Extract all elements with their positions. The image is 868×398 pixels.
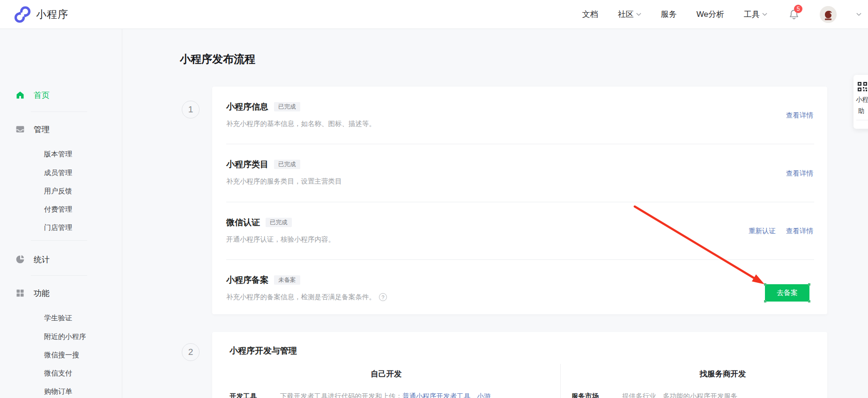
flow-row-miniprogram-info: 小程序信息 已完成 补充小程序的基本信息，如名称、图标、描述等。 查看详情 <box>212 87 827 144</box>
column-divider <box>560 364 561 398</box>
pie-chart-icon <box>15 255 25 264</box>
chevron-down-icon <box>636 13 641 16</box>
sidebar-item-student-verification[interactable]: 学生验证 <box>0 310 121 326</box>
qr-code-icon <box>858 82 867 91</box>
status-badge: 未备案 <box>274 275 300 285</box>
brand-title: 小程序 <box>36 7 68 22</box>
sidebar-item-label: 门店管理 <box>0 223 72 232</box>
selection-handle <box>764 300 766 302</box>
notification-bell[interactable]: 5 <box>788 8 800 21</box>
game-devtools-link[interactable]: 小游 <box>477 392 491 398</box>
dev-tools-label: 开发工具 <box>230 392 257 398</box>
account-avatar[interactable] <box>820 6 837 23</box>
miniprogram-logo-icon <box>14 6 31 23</box>
flow-row-wechat-verification: 微信认证 已完成 开通小程序认证，核验小程序内容。 重新认证 查看详情 <box>212 202 827 260</box>
sidebar-item-wechat-search[interactable]: 微信搜一搜 <box>0 346 121 363</box>
sidebar-item-statistics[interactable]: 统计 <box>0 251 121 268</box>
help-icon[interactable]: ? <box>379 293 387 301</box>
view-details-link[interactable]: 查看详情 <box>786 111 813 120</box>
service-market-label: 服务市场 <box>571 392 599 398</box>
sidebar-item-label: 付费管理 <box>0 205 72 214</box>
sidebar-item-member-management[interactable]: 成员管理 <box>0 164 121 181</box>
flow-row-miniprogram-filing: 小程序备案 未备案 补充小程序的备案信息，检测是否满足备案条件。 ? 去备案 <box>212 260 827 314</box>
link-separator: 、 <box>470 392 477 398</box>
sidebar-item-label: 购物订单 <box>0 387 72 396</box>
column-header-find-provider: 找服务商开发 <box>589 369 856 379</box>
sidebar-item-label: 学生验证 <box>0 314 72 323</box>
normal-devtools-link[interactable]: 普通小程序开发者工具 <box>402 392 470 398</box>
service-market-text: 提供多行业、多功能的小程序开发服务 <box>622 392 738 398</box>
status-badge: 已完成 <box>274 160 300 170</box>
sidebar-item-label: 附近的小程序 <box>0 332 86 341</box>
home-icon <box>15 90 25 100</box>
sidebar-item-label: 功能 <box>0 288 50 299</box>
sidebar-divider <box>31 275 87 276</box>
row-title: 小程序类目 <box>226 159 268 170</box>
widget-divider <box>856 120 868 120</box>
sidebar-item-features[interactable]: 功能 <box>0 285 121 302</box>
brand[interactable]: 小程序 <box>14 0 68 29</box>
sidebar-divider <box>31 111 87 112</box>
column-header-self-develop: 自己开发 <box>212 369 560 379</box>
miniprogram-assistant-widget[interactable]: 小程 助 <box>853 75 868 129</box>
go-filing-button-wrap: 去备案 <box>765 284 809 302</box>
row-title: 小程序信息 <box>226 101 268 112</box>
avatar-logo <box>820 6 837 23</box>
grid-icon <box>15 288 25 298</box>
sidebar-item-label: 首页 <box>0 90 50 101</box>
notification-count-badge: 5 <box>794 5 802 13</box>
sidebar-item-home[interactable]: 首页 <box>0 87 121 103</box>
account-chevron-icon[interactable] <box>856 13 861 16</box>
nav-tools-label: 工具 <box>744 9 760 20</box>
sidebar-item-management[interactable]: 管理 <box>0 121 121 138</box>
selection-handle <box>808 300 810 302</box>
sidebar-item-nearby-miniprograms[interactable]: 附近的小程序 <box>0 328 121 345</box>
assistant-label-line2: 助 <box>858 107 865 115</box>
sidebar-item-wechat-pay[interactable]: 微信支付 <box>0 365 121 382</box>
nav-we-analytics[interactable]: We分析 <box>697 9 724 20</box>
publish-flow-card: 小程序信息 已完成 补充小程序的基本信息，如名称、图标、描述等。 查看详情 小程… <box>212 87 827 314</box>
nav-services-label: 服务 <box>661 9 677 20</box>
view-details-link[interactable]: 查看详情 <box>786 227 813 236</box>
sidebar-item-payment-management[interactable]: 付费管理 <box>0 201 121 218</box>
selection-handle <box>764 283 766 286</box>
sidebar-item-user-feedback[interactable]: 用户反馈 <box>0 183 121 199</box>
step-number-1: 1 <box>182 101 200 118</box>
service-market-row: 服务市场 提供多行业、多功能的小程序开发服务 <box>571 392 738 398</box>
row-description: 补充小程序的备案信息，检测是否满足备案条件。 <box>226 293 376 302</box>
row-description: 补充小程序的基本信息，如名称、图标、描述等。 <box>226 119 376 128</box>
row-description: 开通小程序认证，核验小程序内容。 <box>226 235 335 244</box>
nav-community-label: 社区 <box>618 9 634 20</box>
nav-docs-label: 文档 <box>582 9 598 20</box>
status-badge: 已完成 <box>274 102 300 112</box>
development-card: 小程序开发与管理 自己开发 找服务商开发 开发工具 下载开发者工具进行代码的开发… <box>212 332 827 398</box>
view-details-link[interactable]: 查看详情 <box>786 169 813 178</box>
sidebar-item-version-management[interactable]: 版本管理 <box>0 146 121 162</box>
sidebar: 首页 管理 版本管理 成员管理 用户反馈 付费管理 门店管理 统计 <box>0 29 122 398</box>
status-badge: 已完成 <box>266 218 292 228</box>
nav-services[interactable]: 服务 <box>661 9 677 20</box>
nav-community[interactable]: 社区 <box>618 9 641 20</box>
sidebar-item-store-management[interactable]: 门店管理 <box>0 219 121 236</box>
sidebar-item-label: 用户反馈 <box>0 187 72 196</box>
dev-tools-row: 开发工具 下载开发者工具进行代码的开发和上传： 普通小程序开发者工具 、 小游 <box>230 392 491 398</box>
row-title: 小程序备案 <box>226 274 268 286</box>
sidebar-item-label: 成员管理 <box>0 169 72 177</box>
flow-row-miniprogram-category: 小程序类目 已完成 补充小程序的服务类目，设置主营类目 查看详情 <box>212 144 827 202</box>
inbox-icon <box>15 125 25 134</box>
dev-tools-text: 下载开发者工具进行代码的开发和上传： <box>280 392 402 398</box>
nav-docs[interactable]: 文档 <box>582 9 598 20</box>
sidebar-item-shopping-orders[interactable]: 购物订单 <box>0 383 121 398</box>
go-filing-button[interactable]: 去备案 <box>765 284 809 302</box>
app-window: 小程序 文档 社区 服务 We分析 工具 5 <box>0 0 868 398</box>
sidebar-divider <box>31 240 87 241</box>
step-number-2: 2 <box>182 343 200 361</box>
re-verify-link[interactable]: 重新认证 <box>749 227 776 236</box>
sidebar-item-label: 版本管理 <box>0 150 72 159</box>
sidebar-item-label: 微信支付 <box>0 369 72 378</box>
card-title: 小程序开发与管理 <box>230 345 297 356</box>
row-description: 补充小程序的服务类目，设置主营类目 <box>226 177 342 186</box>
selection-handle <box>808 283 810 286</box>
nav-tools[interactable]: 工具 <box>744 9 767 20</box>
chevron-down-icon <box>762 13 767 16</box>
